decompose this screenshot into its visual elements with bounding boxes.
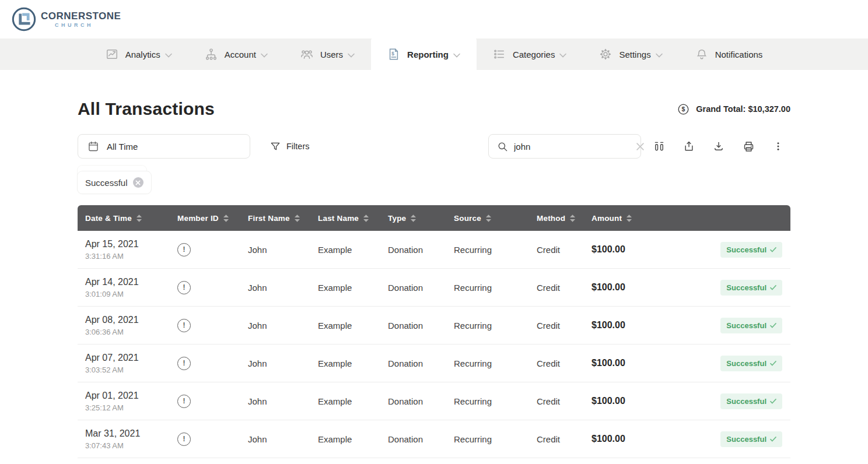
table-row[interactable]: Apr 01, 2021 3:25:12 AM ! John Example D… <box>78 382 790 420</box>
column-header-method[interactable]: Method <box>529 214 584 223</box>
table-row[interactable]: Mar 31, 2021 3:07:43 AM ! John Example D… <box>78 420 790 458</box>
status-badge: Successful <box>720 393 782 409</box>
kebab-menu-icon <box>773 141 783 152</box>
sort-icon <box>136 215 142 222</box>
clear-search-icon[interactable] <box>636 142 645 151</box>
cell-source: Recurring <box>446 396 529 406</box>
cell-date-time: Apr 15, 2021 3:31:16 AM <box>78 239 170 261</box>
sort-icon <box>223 215 229 222</box>
member-id-alert-icon[interactable]: ! <box>177 281 191 294</box>
transaction-date: Apr 01, 2021 <box>85 391 170 401</box>
sort-icon <box>295 215 300 222</box>
cornerstone-logo[interactable]: CORNERSTONE CHURCH <box>10 6 121 33</box>
member-id-alert-icon[interactable]: ! <box>177 395 191 408</box>
cell-status: Successful <box>652 431 790 447</box>
nav-label: Settings <box>619 50 650 59</box>
cell-amount: $100.00 <box>584 244 652 255</box>
svg-text:$: $ <box>682 106 685 113</box>
remove-filter-icon[interactable] <box>133 177 144 188</box>
cell-status: Successful <box>652 280 790 296</box>
cell-member-id: ! <box>170 243 240 256</box>
cell-method: Credit <box>529 283 584 293</box>
status-label: Successful <box>726 359 766 368</box>
date-range-select[interactable]: All Time <box>78 134 250 159</box>
cell-first-name: John <box>240 358 310 368</box>
download-button[interactable] <box>706 134 731 159</box>
member-id-alert-icon[interactable]: ! <box>177 357 191 370</box>
transaction-time: 3:25:12 AM <box>85 403 170 412</box>
cell-method: Credit <box>529 245 584 255</box>
cell-member-id: ! <box>170 433 240 446</box>
column-header-last-name[interactable]: Last Name <box>310 214 380 223</box>
print-button[interactable] <box>736 134 761 159</box>
check-icon <box>770 399 776 404</box>
nav-item-account[interactable]: Account <box>188 38 284 70</box>
status-label: Successful <box>726 245 766 254</box>
table-row[interactable]: Apr 14, 2021 3:01:09 AM ! John Example D… <box>78 269 790 307</box>
cell-last-name: Example <box>310 283 380 293</box>
categories-icon <box>493 47 507 61</box>
transaction-date: Mar 31, 2021 <box>85 428 170 439</box>
columns-button[interactable] <box>647 134 671 159</box>
column-label: Amount <box>592 214 622 223</box>
sort-icon <box>363 215 369 222</box>
sort-icon <box>486 215 491 222</box>
grand-total: $ Grand Total: $10,327.00 <box>677 103 790 115</box>
share-button[interactable] <box>677 134 701 159</box>
logo-name: CORNERSTONE <box>41 11 121 21</box>
column-header-member-id[interactable]: Member ID <box>170 214 240 223</box>
nav-label: Categories <box>513 50 555 59</box>
filter-chip-successful: Successful <box>78 171 151 194</box>
nav-item-reporting[interactable]: $ Reporting <box>371 36 477 70</box>
analytics-icon <box>106 47 120 61</box>
member-id-alert-icon[interactable]: ! <box>177 433 191 446</box>
column-header-amount[interactable]: Amount <box>584 214 652 223</box>
calendar-icon <box>88 140 99 152</box>
nav-label: Reporting <box>407 50 449 59</box>
column-label: Member ID <box>177 214 219 223</box>
status-badge: Successful <box>720 242 782 258</box>
cell-type: Donation <box>380 396 446 406</box>
column-header-first-name[interactable]: First Name <box>240 214 310 223</box>
nav-item-notifications[interactable]: Notifications <box>679 38 779 70</box>
cell-member-id: ! <box>170 357 240 370</box>
transactions-table: Date & Time Member ID First Name Last Na… <box>78 205 790 458</box>
search-input[interactable] <box>514 142 630 152</box>
filter-chip-label: Successful <box>85 178 128 188</box>
date-range-value: All Time <box>107 142 138 152</box>
cell-type: Donation <box>380 434 446 444</box>
cell-status: Successful <box>652 318 790 333</box>
settings-gear-icon <box>599 47 613 61</box>
status-badge: Successful <box>720 431 782 447</box>
member-id-alert-icon[interactable]: ! <box>177 243 191 256</box>
nav-item-categories[interactable]: Categories <box>477 38 583 70</box>
cell-status: Successful <box>652 242 790 258</box>
filters-button[interactable]: Filters <box>264 136 315 156</box>
status-label: Successful <box>726 435 766 444</box>
status-badge: Successful <box>720 318 782 333</box>
more-options-button[interactable] <box>766 134 790 159</box>
cell-last-name: Example <box>310 245 380 255</box>
nav-item-settings[interactable]: Settings <box>583 38 678 70</box>
nav-item-analytics[interactable]: Analytics <box>89 38 188 70</box>
cell-last-name: Example <box>310 321 380 331</box>
logo-subtitle: CHURCH <box>41 23 121 28</box>
top-brand-bar: CORNERSTONE CHURCH <box>0 0 868 38</box>
cell-date-time: Mar 31, 2021 3:07:43 AM <box>78 428 170 450</box>
column-header-type[interactable]: Type <box>380 214 446 223</box>
table-row[interactable]: Apr 07, 2021 3:03:52 AM ! John Example D… <box>78 345 790 382</box>
nav-item-users[interactable]: Users <box>284 38 371 70</box>
cornerstone-logo-icon <box>10 6 37 33</box>
cell-date-time: Apr 08, 2021 3:06:36 AM <box>78 315 170 336</box>
column-label: Last Name <box>318 214 359 223</box>
table-row[interactable]: Apr 08, 2021 3:06:36 AM ! John Example D… <box>78 307 790 345</box>
bell-icon <box>695 47 709 61</box>
cell-first-name: John <box>240 245 310 255</box>
table-row[interactable]: Apr 15, 2021 3:31:16 AM ! John Example D… <box>78 231 790 269</box>
cell-date-time: Apr 07, 2021 3:03:52 AM <box>78 353 170 374</box>
member-id-alert-icon[interactable]: ! <box>177 319 191 332</box>
cell-amount: $100.00 <box>584 358 652 368</box>
nav-label: Account <box>225 50 256 59</box>
column-header-source[interactable]: Source <box>446 214 529 223</box>
column-header-date-time[interactable]: Date & Time <box>78 214 170 223</box>
